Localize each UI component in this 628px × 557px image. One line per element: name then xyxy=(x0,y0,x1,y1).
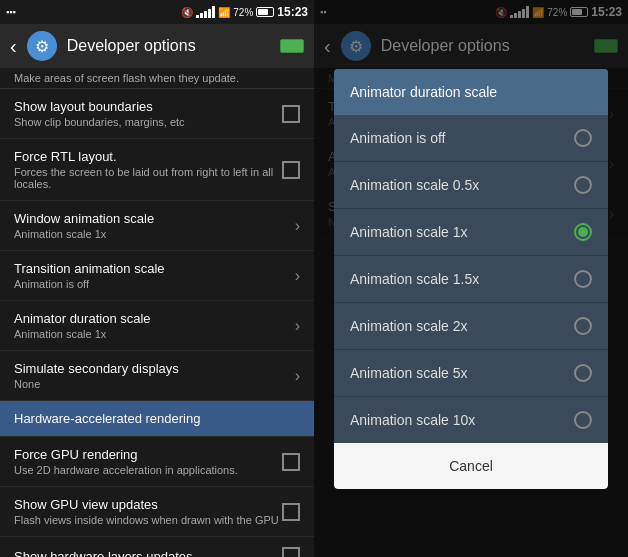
status-icons-right-left: 🔇 📶 72% 15:23 xyxy=(181,5,308,19)
dialog-option-label-1: Animation scale 0.5x xyxy=(350,177,479,193)
radio-10x[interactable] xyxy=(574,411,592,429)
dialog-header: Animator duration scale xyxy=(334,69,608,115)
status-bar-left: ▪▪▪ 🔇 📶 72% 15:23 xyxy=(0,0,314,24)
setting-subtitle-layout: Show clip boundaries, margins, etc xyxy=(14,116,282,128)
setting-subtitle-gpu-view: Flash views inside windows when drawn wi… xyxy=(14,514,282,526)
setting-subtitle-animator-dur: Animation scale 1x xyxy=(14,328,295,340)
setting-subtitle-simulate: None xyxy=(14,378,295,390)
chevron-window-anim: › xyxy=(295,217,300,235)
bar5 xyxy=(212,6,215,18)
settings-content-left: Make areas of screen flash when they upd… xyxy=(0,68,314,557)
setting-title-gpu-view: Show GPU view updates xyxy=(14,497,282,512)
dialog-option-1-5x[interactable]: Animation scale 1.5x xyxy=(334,256,608,303)
chevron-simulate: › xyxy=(295,367,300,385)
setting-title-animator-dur: Animator duration scale xyxy=(14,311,295,326)
dialog-option-label-6: Animation scale 10x xyxy=(350,412,475,428)
radio-1-5x[interactable] xyxy=(574,270,592,288)
dialog-option-2x[interactable]: Animation scale 2x xyxy=(334,303,608,350)
setting-subtitle-rtl: Forces the screen to be laid out from ri… xyxy=(14,166,282,190)
dialog-option-label-5: Animation scale 5x xyxy=(350,365,468,381)
checkbox-rtl[interactable] xyxy=(282,161,300,179)
radio-animation-off[interactable] xyxy=(574,129,592,147)
dialog-box: Animator duration scale Animation is off… xyxy=(334,69,608,489)
notification-icons-left: ▪▪▪ xyxy=(6,7,16,17)
volume-icon: 🔇 xyxy=(181,7,193,18)
radio-1x[interactable] xyxy=(574,223,592,241)
setting-title-layout: Show layout boundaries xyxy=(14,99,282,114)
dialog-option-animation-off[interactable]: Animation is off xyxy=(334,115,608,162)
dialog-option-label-3: Animation scale 1.5x xyxy=(350,271,479,287)
setting-force-gpu[interactable]: Force GPU rendering Use 2D hardware acce… xyxy=(0,437,314,487)
setting-hw-layers[interactable]: Show hardware layers updates xyxy=(0,537,314,557)
gear-icon-left: ⚙ xyxy=(27,31,57,61)
battery-green-left xyxy=(280,39,304,53)
header-title-left: Developer options xyxy=(67,37,270,55)
battery-percent-left: 72% xyxy=(233,7,253,18)
setting-title-hw-layers: Show hardware layers updates xyxy=(14,549,282,558)
dialog-cancel-button[interactable]: Cancel xyxy=(334,443,608,489)
dialog-option-5x[interactable]: Animation scale 5x xyxy=(334,350,608,397)
flash-notice-left: Make areas of screen flash when they upd… xyxy=(0,68,314,89)
dialog-header-text: Animator duration scale xyxy=(350,84,497,100)
setting-gpu-view-updates[interactable]: Show GPU view updates Flash views inside… xyxy=(0,487,314,537)
dialog-cancel-label: Cancel xyxy=(449,458,493,474)
dialog-overlay: Animator duration scale Animation is off… xyxy=(314,0,628,557)
setting-title-rtl: Force RTL layout. xyxy=(14,149,282,164)
dialog-option-0-5x[interactable]: Animation scale 0.5x xyxy=(334,162,608,209)
battery-fill-left xyxy=(258,9,268,15)
battery-icon-left xyxy=(256,7,274,17)
setting-transition-animation[interactable]: Transition animation scale Animation is … xyxy=(0,251,314,301)
setting-show-layout-boundaries[interactable]: Show layout boundaries Show clip boundar… xyxy=(0,89,314,139)
left-screen: ▪▪▪ 🔇 📶 72% 15:23 ‹ ⚙ Developer options xyxy=(0,0,314,557)
setting-subtitle-transition-anim: Animation is off xyxy=(14,278,295,290)
checkbox-layout[interactable] xyxy=(282,105,300,123)
time-left: 15:23 xyxy=(277,5,308,19)
dialog-option-10x[interactable]: Animation scale 10x xyxy=(334,397,608,443)
bar2 xyxy=(200,13,203,18)
bar3 xyxy=(204,11,207,18)
dialog-option-1x[interactable]: Animation scale 1x xyxy=(334,209,608,256)
setting-title-simulate: Simulate secondary displays xyxy=(14,361,295,376)
back-button-left[interactable]: ‹ xyxy=(10,35,17,58)
setting-subtitle-force-gpu: Use 2D hardware acceleration in applicat… xyxy=(14,464,282,476)
setting-force-rtl[interactable]: Force RTL layout. Forces the screen to b… xyxy=(0,139,314,201)
setting-subtitle-window-anim: Animation scale 1x xyxy=(14,228,295,240)
radio-dot-1x xyxy=(578,227,588,237)
radio-2x[interactable] xyxy=(574,317,592,335)
dialog-option-label-0: Animation is off xyxy=(350,130,445,146)
checkbox-hw-layers[interactable] xyxy=(282,547,300,557)
radio-5x[interactable] xyxy=(574,364,592,382)
bar1 xyxy=(196,15,199,18)
status-icons-left: ▪▪▪ xyxy=(6,7,16,17)
checkbox-gpu-view[interactable] xyxy=(282,503,300,521)
setting-window-animation[interactable]: Window animation scale Animation scale 1… xyxy=(0,201,314,251)
chevron-animator-dur: › xyxy=(295,317,300,335)
setting-title-transition-anim: Transition animation scale xyxy=(14,261,295,276)
chevron-transition-anim: › xyxy=(295,267,300,285)
bar4 xyxy=(208,9,211,18)
setting-simulate-displays[interactable]: Simulate secondary displays None › xyxy=(0,351,314,401)
radio-0-5x[interactable] xyxy=(574,176,592,194)
setting-title-hw-rendering: Hardware-accelerated rendering xyxy=(14,411,300,426)
setting-title-force-gpu: Force GPU rendering xyxy=(14,447,282,462)
checkbox-force-gpu[interactable] xyxy=(282,453,300,471)
dialog-option-label-2: Animation scale 1x xyxy=(350,224,468,240)
wifi-icon-left: 📶 xyxy=(218,7,230,18)
signal-bars-left xyxy=(196,6,215,18)
dialog-option-label-4: Animation scale 2x xyxy=(350,318,468,334)
right-screen: ▪▪ 🔇 📶 72% 15:23 ‹ ⚙ Developer options xyxy=(314,0,628,557)
setting-hw-rendering[interactable]: Hardware-accelerated rendering xyxy=(0,401,314,437)
header-left: ‹ ⚙ Developer options xyxy=(0,24,314,68)
setting-title-window-anim: Window animation scale xyxy=(14,211,295,226)
setting-animator-duration[interactable]: Animator duration scale Animation scale … xyxy=(0,301,314,351)
